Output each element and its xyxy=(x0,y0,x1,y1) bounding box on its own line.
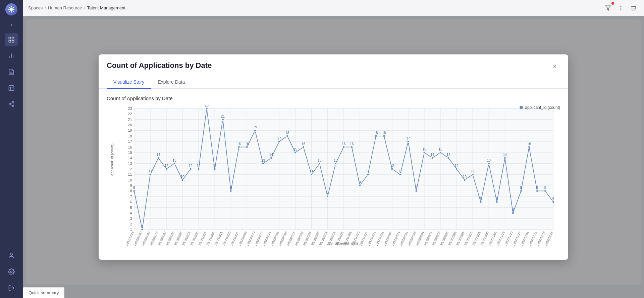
svg-text:19: 19 xyxy=(128,129,132,133)
app-logo[interactable] xyxy=(5,3,17,15)
svg-text:16: 16 xyxy=(237,142,241,146)
delete-button[interactable] xyxy=(629,3,639,13)
svg-text:14: 14 xyxy=(128,156,132,160)
filter-btn-wrapper xyxy=(603,3,613,13)
svg-text:4: 4 xyxy=(512,208,514,212)
svg-text:11: 11 xyxy=(471,169,475,173)
breadcrumb-spaces[interactable]: Spaces xyxy=(28,5,43,10)
svg-text:10: 10 xyxy=(128,178,132,182)
svg-point-200 xyxy=(536,190,538,192)
svg-point-168 xyxy=(407,140,409,142)
sidebar-item-dashboard[interactable] xyxy=(5,81,18,95)
main-content: Count of Applications by Date × Visualiz… xyxy=(23,16,644,298)
svg-text:8: 8 xyxy=(230,186,232,190)
svg-text:8: 8 xyxy=(415,186,417,190)
svg-text:15: 15 xyxy=(422,147,426,151)
dialog-close-button[interactable]: × xyxy=(549,61,560,72)
more-button[interactable] xyxy=(616,3,626,13)
sidebar-item-home[interactable] xyxy=(5,33,18,46)
svg-text:11: 11 xyxy=(398,169,402,173)
svg-text:12: 12 xyxy=(454,164,459,168)
svg-point-18 xyxy=(10,253,13,256)
svg-text:21: 21 xyxy=(128,118,132,122)
svg-point-158 xyxy=(367,173,369,175)
tab-explore-data[interactable]: Explore Data xyxy=(151,76,192,89)
svg-point-15 xyxy=(12,105,14,107)
sidebar-item-signout[interactable] xyxy=(5,281,18,295)
svg-point-120 xyxy=(214,168,216,170)
svg-point-170 xyxy=(415,190,417,192)
svg-point-148 xyxy=(327,196,329,198)
svg-point-162 xyxy=(383,135,385,137)
sidebar-item-analytics[interactable] xyxy=(5,49,18,62)
svg-text:16: 16 xyxy=(350,142,354,146)
svg-point-144 xyxy=(311,173,313,175)
svg-point-186 xyxy=(480,201,482,203)
svg-text:15: 15 xyxy=(128,151,132,155)
svg-point-194 xyxy=(512,212,514,214)
svg-point-13 xyxy=(12,101,14,103)
svg-point-178 xyxy=(447,157,449,159)
svg-text:8: 8 xyxy=(544,186,546,190)
svg-point-114 xyxy=(190,168,192,170)
svg-text:12: 12 xyxy=(197,164,201,168)
svg-point-118 xyxy=(206,108,208,110)
svg-text:2: 2 xyxy=(130,222,132,226)
sidebar-item-users[interactable] xyxy=(5,249,18,262)
svg-text:12: 12 xyxy=(189,164,193,168)
quick-summary-tab[interactable]: Quick summary xyxy=(23,287,64,298)
svg-point-164 xyxy=(391,168,393,170)
svg-point-14 xyxy=(9,103,11,105)
legend-dot xyxy=(520,106,523,109)
chart-title: Count of Applications by Date xyxy=(107,95,560,101)
svg-rect-1 xyxy=(9,37,11,39)
svg-text:23: 23 xyxy=(205,105,209,107)
breadcrumb-hr[interactable]: Human Resource xyxy=(48,5,82,10)
svg-text:14: 14 xyxy=(503,153,507,157)
svg-text:4: 4 xyxy=(130,211,132,215)
svg-rect-2 xyxy=(12,37,14,39)
svg-point-132 xyxy=(262,163,264,165)
svg-text:6: 6 xyxy=(130,200,132,204)
svg-text:13: 13 xyxy=(334,159,338,162)
svg-text:16: 16 xyxy=(245,142,249,146)
tab-visualize-story[interactable]: Visualize Story xyxy=(107,76,151,89)
svg-text:19: 19 xyxy=(253,126,257,129)
svg-text:11: 11 xyxy=(310,169,314,173)
svg-point-112 xyxy=(181,179,183,181)
sidebar-item-reports[interactable] xyxy=(5,65,18,79)
svg-marker-21 xyxy=(606,6,611,10)
dialog-tabs: Visualize Story Explore Data xyxy=(99,76,568,89)
svg-text:23: 23 xyxy=(128,107,132,111)
svg-text:18: 18 xyxy=(382,131,386,135)
sidebar-item-network[interactable] xyxy=(5,97,18,111)
svg-point-198 xyxy=(528,146,530,148)
svg-point-130 xyxy=(254,129,256,131)
svg-point-182 xyxy=(464,179,466,181)
svg-line-17 xyxy=(10,102,12,103)
sidebar-toggle[interactable] xyxy=(7,21,15,29)
svg-point-134 xyxy=(270,157,272,159)
svg-point-172 xyxy=(423,152,425,154)
svg-point-22 xyxy=(621,6,621,7)
sidebar xyxy=(0,0,23,298)
svg-text:12: 12 xyxy=(128,167,132,171)
svg-point-116 xyxy=(198,168,200,170)
sidebar-item-settings[interactable] xyxy=(5,265,18,279)
dialog: Count of Applications by Date × Visualiz… xyxy=(99,54,568,260)
svg-point-154 xyxy=(351,146,353,148)
svg-text:10: 10 xyxy=(463,175,467,179)
svg-point-142 xyxy=(303,146,305,148)
svg-text:7: 7 xyxy=(130,195,132,199)
svg-text:15: 15 xyxy=(438,147,442,151)
svg-text:15: 15 xyxy=(293,147,298,151)
dialog-title: Count of Applications by Date xyxy=(107,61,212,70)
svg-point-176 xyxy=(439,152,441,154)
svg-text:17: 17 xyxy=(128,139,132,143)
svg-point-204 xyxy=(552,201,554,203)
svg-point-126 xyxy=(238,146,240,148)
dialog-backdrop: Count of Applications by Date × Visualiz… xyxy=(23,16,644,298)
svg-text:13: 13 xyxy=(128,162,132,166)
legend-label: applicant_id (count) xyxy=(525,105,560,110)
svg-point-122 xyxy=(222,119,224,121)
